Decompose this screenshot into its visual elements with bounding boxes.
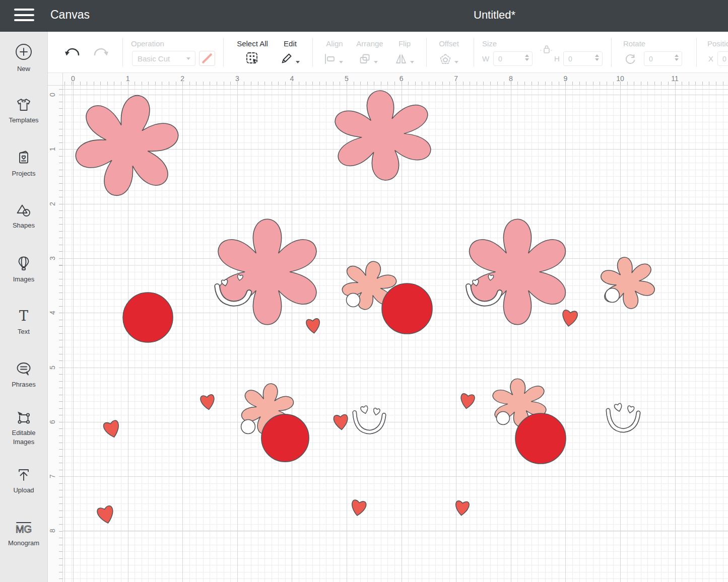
canvas-shape-circle[interactable] (605, 288, 620, 303)
canvas-shape-circle[interactable] (496, 411, 510, 425)
canvas-shape-circle[interactable] (122, 292, 174, 343)
canvas-shape-circle[interactable] (514, 412, 567, 465)
canvas-shape-flower[interactable] (592, 250, 663, 316)
canvas-shape-heart[interactable] (344, 492, 373, 521)
canvas-shape-circle[interactable] (381, 282, 433, 335)
canvas-shape-heart[interactable] (89, 496, 122, 530)
canvas-shape-heart[interactable] (449, 493, 475, 520)
canvas-shape-heart[interactable] (194, 387, 221, 414)
canvas-shape-flower[interactable] (322, 82, 443, 189)
canvas-shape-heart[interactable] (327, 407, 354, 433)
canvas-shape-circle[interactable] (260, 413, 310, 463)
canvas-shape-heart[interactable] (300, 311, 326, 337)
canvas-shape-flower[interactable] (57, 77, 197, 214)
canvas-shape-smiley[interactable] (605, 398, 642, 435)
canvas-shape-heart[interactable] (95, 411, 128, 444)
canvas-shape-flower-face[interactable] (208, 214, 327, 329)
shapes-layer (0, 0, 728, 582)
canvas-shape-circle[interactable] (346, 293, 360, 307)
canvas-shape-heart[interactable] (454, 386, 481, 413)
canvas-shape-circle[interactable] (241, 419, 255, 434)
canvas-shape-heart[interactable] (555, 302, 585, 332)
canvas-shape-smiley[interactable] (351, 400, 387, 437)
